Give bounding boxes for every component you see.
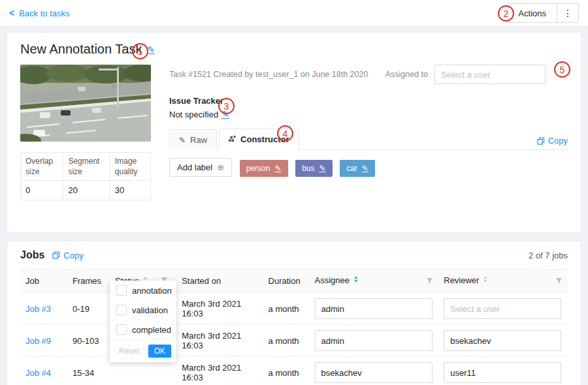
vertical-dots-icon: ⋮ — [563, 8, 572, 18]
labels-tabs: ✎ Raw Constructor Copy — [169, 129, 568, 150]
task-right-column: Task #1521 Created by test_user_1 on Jun… — [151, 65, 568, 221]
assignee-input[interactable] — [315, 362, 433, 383]
assigned-to-input[interactable] — [434, 65, 546, 84]
segment-size-header: Segment size — [63, 153, 110, 181]
column-duration: Duration — [263, 270, 310, 293]
filter-option-completed[interactable]: completed — [110, 320, 176, 339]
assignee-input[interactable] — [315, 298, 433, 319]
annotation-circle-1: 1 — [132, 43, 148, 59]
filter-funnel-icon[interactable] — [426, 277, 433, 286]
started-cell: March 3rd 2021 16:03 — [176, 293, 263, 325]
filter-ok-button[interactable]: OK — [148, 345, 171, 358]
sort-icon-active[interactable]: ▲▼ — [353, 277, 358, 285]
column-assignee[interactable]: Assignee▲▼ — [310, 270, 439, 293]
reviewer-input[interactable] — [444, 330, 561, 351]
frames-cell: 0-19 — [67, 293, 110, 325]
column-started-on: Started on — [176, 270, 263, 293]
annotation-circle-5: 5 — [554, 61, 570, 78]
reviewer-input[interactable] — [444, 362, 561, 383]
edit-label-icon[interactable]: ✎ — [319, 164, 326, 173]
filter-funnel-icon[interactable] — [555, 277, 563, 286]
overlap-size-header: Overlap size — [21, 153, 63, 181]
chevron-left-icon: < — [9, 8, 14, 18]
frames-cell: 15-34 — [67, 357, 110, 385]
jobs-count: 2 of 7 jobs — [529, 251, 568, 260]
jobs-title: Jobs — [20, 249, 44, 261]
issue-tracker-value: Not specified — [169, 110, 218, 119]
pencil-icon: ✎ — [179, 136, 186, 145]
overlap-size-value: 0 — [21, 181, 63, 200]
table-row: Job #3 0-19 March 3rd 2021 16:03 a month — [20, 293, 568, 325]
actions-group: Actions ⋮ — [507, 3, 579, 23]
edit-label-icon[interactable]: ✎ — [274, 164, 281, 173]
label-tag-person[interactable]: person ✎ — [240, 160, 288, 177]
checkbox-icon[interactable] — [116, 285, 127, 296]
label-tag-car[interactable]: car ✎ — [340, 160, 375, 177]
actions-button[interactable]: Actions — [507, 3, 557, 23]
image-quality-value: 30 — [110, 181, 150, 200]
frames-cell: 90-103 — [67, 325, 110, 357]
filter-option-annotation[interactable]: annotation — [110, 281, 176, 300]
sort-icon[interactable]: ▲▼ — [483, 277, 487, 285]
annotation-circle-3: 3 — [218, 98, 235, 114]
tab-raw[interactable]: ✎ Raw — [169, 129, 217, 150]
label-tag-bus[interactable]: bus ✎ — [295, 160, 332, 177]
job-link[interactable]: Job #9 — [25, 336, 51, 346]
checkbox-icon[interactable] — [116, 324, 127, 335]
table-row: Job #9 90-103 March 3rd 2021 16:03 a mon… — [20, 325, 568, 357]
segment-size-value: 20 — [63, 181, 110, 200]
column-frames: Frames — [67, 270, 110, 293]
task-meta-text: Task #1521 Created by test_user_1 on Jun… — [169, 70, 368, 79]
assigned-to-label: Assigned to — [385, 70, 428, 79]
back-to-tasks-link[interactable]: < Back to tasks — [9, 8, 70, 18]
reviewer-input[interactable] — [444, 298, 561, 319]
jobs-table-header-row: Job Frames Status▲▼ Started on Duration … — [20, 270, 568, 293]
job-link[interactable]: Job #4 — [25, 368, 51, 378]
task-title-text: New Annotation Task — [20, 42, 142, 57]
column-reviewer[interactable]: Reviewer▲▼ — [438, 270, 568, 293]
copy-labels-link[interactable]: Copy — [537, 136, 568, 149]
page: < Back to tasks Actions ⋮ New Annotation… — [0, 0, 588, 385]
assignee-input[interactable] — [315, 330, 433, 351]
task-preview-image — [20, 65, 151, 142]
started-cell: March 3rd 2021 16:03 — [176, 357, 263, 385]
annotation-circle-4: 4 — [277, 125, 293, 142]
checkbox-icon[interactable] — [116, 305, 127, 315]
filter-reset-button[interactable]: Reset — [115, 346, 143, 356]
duration-cell: a month — [263, 357, 310, 385]
back-to-tasks-label: Back to tasks — [19, 8, 69, 18]
column-job: Job — [20, 270, 67, 293]
copy-jobs-link[interactable]: Copy — [52, 251, 83, 260]
constructor-icon — [229, 135, 236, 144]
page-title: New Annotation Task ✎ — [20, 42, 568, 57]
add-label-button[interactable]: Add label ⊕ — [169, 158, 232, 177]
assigned-to-group: Assigned to — [385, 65, 546, 84]
job-link[interactable]: Job #3 — [25, 304, 51, 314]
copy-icon — [52, 251, 60, 259]
copy-icon — [537, 137, 545, 145]
filter-option-validation[interactable]: validation — [110, 300, 176, 320]
edit-title-icon[interactable]: ✎ — [147, 44, 155, 55]
image-quality-header: Image quality — [110, 153, 150, 181]
plus-circle-icon: ⊕ — [217, 162, 224, 172]
started-cell: March 3rd 2021 16:03 — [176, 325, 263, 357]
annotation-circle-2: 2 — [498, 5, 514, 22]
task-parameters-table: Overlap size Segment size Image quality … — [20, 152, 151, 200]
jobs-card: Jobs Copy 2 of 7 jobs Job Frames Status▲… — [7, 241, 581, 385]
task-card: New Annotation Task ✎ — [7, 32, 581, 233]
table-row: Job #4 15-34 March 3rd 2021 16:03 a mont… — [20, 357, 568, 385]
edit-label-icon[interactable]: ✎ — [362, 164, 368, 173]
duration-cell: a month — [263, 293, 310, 325]
more-menu-button[interactable]: ⋮ — [557, 3, 579, 23]
jobs-table: Job Frames Status▲▼ Started on Duration … — [20, 269, 568, 385]
duration-cell: a month — [263, 325, 310, 357]
task-left-column: Overlap size Segment size Image quality … — [20, 65, 151, 221]
status-filter-dropdown: annotation validation completed Reset OK — [110, 281, 176, 362]
labels-panel: Add label ⊕ person ✎ bus ✎ car ✎ — [169, 150, 568, 221]
